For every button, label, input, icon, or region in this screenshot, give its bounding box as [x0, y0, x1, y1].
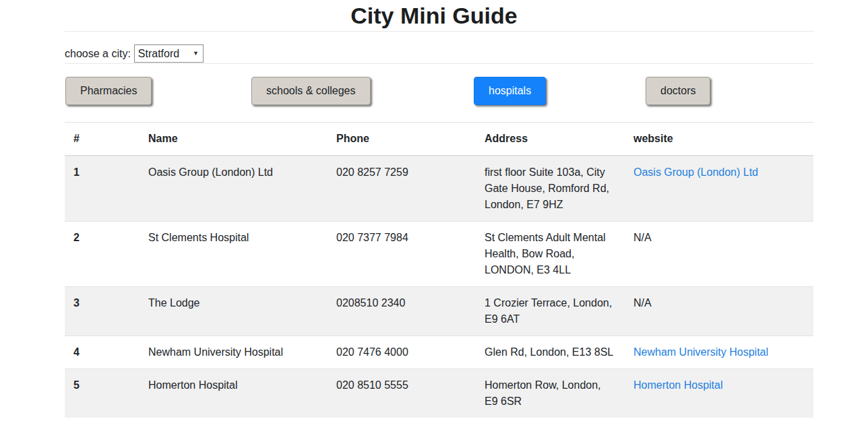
website-cell: Oasis Group (London) Ltd — [625, 156, 813, 222]
row-number-cell: 3 — [65, 287, 140, 336]
city-select-wrap: Stratford ▼ — [134, 44, 204, 63]
website-na: N/A — [633, 232, 652, 243]
table-row: 3The Lodge0208510 23401 Crozier Terrace,… — [65, 287, 813, 336]
main-content: choose a city: Stratford ▼ Pharmaciessch… — [65, 31, 813, 418]
phone-cell: 020 8257 7259 — [328, 156, 476, 222]
row-number-cell: 4 — [65, 336, 140, 369]
divider-top — [65, 31, 813, 32]
column-header-website: website — [625, 123, 813, 156]
name-cell: St Clements Hospital — [140, 222, 328, 287]
address-cell: Homerton Row, London, E9 6SR — [476, 369, 625, 418]
table-row: 1Oasis Group (London) Ltd020 8257 7259fi… — [65, 156, 813, 222]
table-row: 2St Clements Hospital020 7377 7984St Cle… — [65, 222, 813, 287]
address-cell: first floor Suite 103a, City Gate House,… — [476, 156, 625, 222]
phone-cell: 0208510 2340 — [328, 287, 476, 336]
row-number-cell: 2 — [65, 222, 140, 287]
address-cell: Glen Rd, London, E13 8SL — [476, 336, 625, 369]
column-header-number: # — [65, 123, 140, 156]
category-button-doctors[interactable]: doctors — [646, 77, 710, 105]
divider-under-selector — [65, 63, 813, 64]
name-cell: Homerton Hospital — [140, 369, 328, 418]
table-row: 5Homerton Hospital020 8510 5555Homerton … — [65, 369, 813, 418]
address-cell: St Clements Adult Mental Health, Bow Roa… — [476, 222, 625, 287]
website-cell: N/A — [625, 222, 813, 287]
city-select[interactable]: Stratford — [134, 44, 204, 63]
website-cell: N/A — [625, 287, 813, 336]
name-cell: Oasis Group (London) Ltd — [140, 156, 328, 222]
name-cell: The Lodge — [140, 287, 328, 336]
name-cell: Newham University Hospital — [140, 336, 328, 369]
category-button-pharmacies[interactable]: Pharmacies — [65, 77, 152, 105]
column-header-phone: Phone — [328, 123, 476, 156]
row-number-cell: 5 — [65, 369, 140, 418]
phone-cell: 020 7476 4000 — [328, 336, 476, 369]
page-title: City Mini Guide — [0, 0, 868, 31]
address-cell: 1 Crozier Terrace, London, E9 6AT — [476, 287, 625, 336]
phone-cell: 020 7377 7984 — [328, 222, 476, 287]
website-cell: Newham University Hospital — [625, 336, 813, 369]
city-selector-label: choose a city: — [65, 48, 131, 60]
website-link[interactable]: Newham University Hospital — [633, 346, 768, 358]
category-button-hospitals[interactable]: hospitals — [474, 77, 546, 105]
column-header-address: Address — [476, 123, 625, 156]
table-header-row: # Name Phone Address website — [65, 123, 813, 156]
category-button-row: Pharmaciesschools & collegeshospitalsdoc… — [65, 77, 813, 105]
website-link[interactable]: Homerton Hospital — [633, 379, 723, 391]
website-cell: Homerton Hospital — [625, 369, 813, 418]
website-link[interactable]: Oasis Group (London) Ltd — [633, 166, 758, 178]
website-na: N/A — [633, 297, 652, 309]
column-header-name: Name — [140, 123, 328, 156]
results-table: # Name Phone Address website 1Oasis Grou… — [65, 122, 813, 418]
phone-cell: 020 8510 5555 — [328, 369, 476, 418]
category-button-schools-colleges[interactable]: schools & colleges — [251, 77, 371, 105]
row-number-cell: 1 — [65, 156, 140, 222]
table-row: 4Newham University Hospital020 7476 4000… — [65, 336, 813, 369]
city-selector-row: choose a city: Stratford ▼ — [65, 44, 813, 63]
